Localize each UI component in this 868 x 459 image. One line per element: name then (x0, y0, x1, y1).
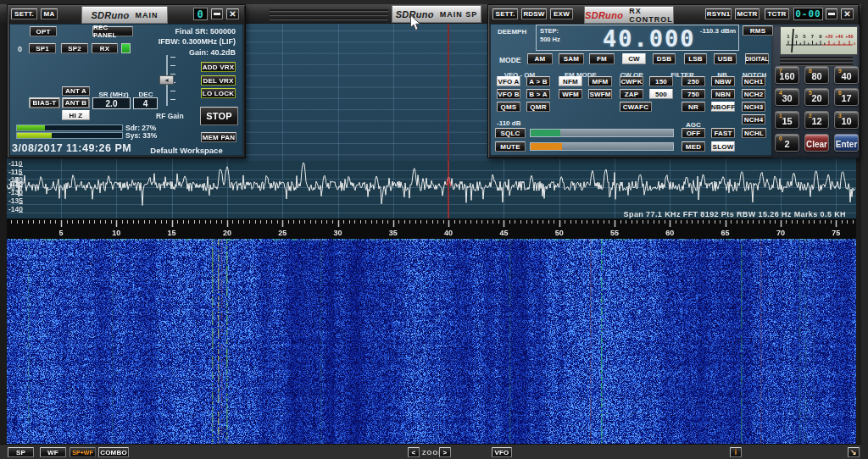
agc-fast-button[interactable]: FAST (711, 128, 735, 138)
agc-med-button[interactable]: MED (682, 141, 705, 152)
rms-button[interactable]: RMS (743, 25, 773, 36)
rx-button-nch1[interactable]: NCH1 (742, 76, 765, 86)
rx-button[interactable]: RX (92, 43, 118, 53)
ant-b-button[interactable]: ANT B (62, 97, 90, 108)
rx-button-qms[interactable]: QMS (497, 102, 520, 112)
rx-button-swfm[interactable]: SWFM (588, 89, 612, 99)
sp-wf-view-button[interactable]: SP+WF (70, 447, 96, 457)
rx-button-nch4[interactable]: NCH4 (742, 114, 765, 124)
key-2[interactable]: 02 (775, 134, 799, 152)
main-titlebar[interactable]: SETT. MA SDRuno MAIN 0 ✕ (8, 6, 244, 24)
rx-button-500[interactable]: 500 (649, 89, 673, 99)
key-80[interactable]: 880 (804, 66, 829, 84)
key-40[interactable]: 940 (834, 66, 859, 84)
rx-button-nch2[interactable]: NCH2 (742, 89, 765, 99)
rx-button-vfo-a[interactable]: VFO A (497, 76, 520, 86)
key-15[interactable]: 115 (775, 111, 799, 129)
minimize-button[interactable] (826, 8, 837, 19)
key-30[interactable]: 430 (775, 88, 799, 106)
squelch-bar[interactable] (530, 129, 674, 137)
wf-view-button[interactable]: WF (40, 447, 66, 457)
zoom-out-button[interactable]: < (408, 447, 420, 457)
key-20[interactable]: 520 (804, 88, 829, 106)
volume-bar[interactable] (530, 142, 674, 151)
mode-button-lsb[interactable]: LSB (684, 53, 707, 64)
rx-button-vfo-b[interactable]: VFO B (497, 89, 520, 99)
key-10[interactable]: 310 (834, 111, 859, 129)
rx-button-mfm[interactable]: MFM (588, 76, 612, 86)
mem-pan-button[interactable]: MEM PAN (201, 132, 236, 142)
sp1-button[interactable]: SP1 (29, 43, 56, 53)
vfo-button[interactable]: VFO (492, 447, 512, 457)
rx-title-plate[interactable]: SDRuno RX CONTROL (584, 6, 674, 24)
mctr-button[interactable]: MCTR (735, 8, 760, 19)
mode-button-sam[interactable]: SAM (559, 53, 584, 64)
key-12[interactable]: 212 (804, 111, 829, 129)
zoom-in-button[interactable]: > (439, 447, 451, 457)
rx-button-750[interactable]: 750 (682, 89, 705, 99)
add-vrx-button[interactable]: ADD VRX (201, 62, 236, 72)
mode-button-am[interactable]: AM (527, 53, 553, 64)
opt-button[interactable]: OPT (30, 26, 57, 36)
key-17[interactable]: 617 (834, 88, 859, 106)
rx-settings-button[interactable]: SETT. (492, 8, 518, 19)
hi-z-button[interactable]: HI Z (62, 110, 90, 120)
rx-button-qmr[interactable]: QMR (526, 102, 550, 112)
combo-view-button[interactable]: COMBO (98, 447, 129, 457)
sp2-button[interactable]: SP2 (61, 43, 88, 53)
minimize-button[interactable] (211, 8, 223, 19)
rx-button-a-b[interactable]: A > B (526, 76, 550, 86)
del-vrx-button[interactable]: DEL VRX (201, 75, 236, 86)
mode-button-digital[interactable]: DIGITAL (745, 53, 769, 64)
rx-button-wfm[interactable]: WFM (559, 89, 582, 99)
sr-value-box[interactable]: 2.0 (92, 97, 131, 109)
info-button[interactable]: i (730, 447, 742, 457)
mode-button-cw[interactable]: CW (622, 53, 646, 64)
frequency-display[interactable]: STEP: 500 Hz 40.000 -110.3 dBm (536, 25, 739, 51)
sqlc-button[interactable]: SQLC (495, 128, 526, 138)
agc-slow-button[interactable]: SLOW (711, 141, 735, 152)
nchl-button[interactable]: NCHL (742, 128, 766, 138)
waterfall-display[interactable] (7, 239, 856, 444)
rx-button-nbn[interactable]: NBN (711, 89, 735, 99)
dec-value-box[interactable]: 4 (133, 97, 158, 109)
key-clear[interactable]: Clear (804, 134, 829, 152)
rx-button-cwpk[interactable]: CWPK (620, 76, 643, 86)
rf-gain-slider-handle[interactable]: ◄ (159, 75, 174, 85)
stop-button[interactable]: STOP (200, 107, 238, 125)
rx-button-b-a[interactable]: B > A (526, 89, 550, 99)
main-settings-button[interactable]: SETT. (11, 8, 37, 19)
key-160[interactable]: 7160 (775, 66, 799, 84)
exw-button[interactable]: EXW (550, 8, 573, 19)
rsyn1-button[interactable]: RSYN1 (705, 8, 732, 19)
mute-button[interactable]: MUTE (495, 141, 526, 152)
main-sp-title-plate[interactable]: SDRuno MAIN SP (392, 5, 481, 23)
bias-t-button[interactable]: BIAS-T (29, 97, 60, 108)
rx-button-cwafc[interactable]: CWAFC (620, 102, 652, 112)
close-button[interactable]: ✕ (226, 8, 239, 19)
lo-lock-button[interactable]: LO LOCK (201, 88, 236, 98)
rx-titlebar[interactable]: SETT. RDSW EXW SDRuno RX CONTROL RSYN1 M… (489, 6, 858, 24)
rx-button-zap[interactable]: ZAP (620, 89, 643, 99)
mode-button-dsb[interactable]: DSB (653, 53, 676, 64)
rx-button-nr[interactable]: NR (682, 102, 705, 112)
rx-button-250[interactable]: 250 (682, 76, 705, 86)
rx-button-150[interactable]: 150 (649, 76, 673, 86)
tctr-button[interactable]: TCTR (765, 8, 789, 19)
frequency-scale[interactable] (7, 218, 856, 239)
close-button[interactable]: ✕ (841, 8, 854, 19)
agc-off-button[interactable]: OFF (682, 128, 705, 138)
main-title-plate[interactable]: SDRuno MAIN (81, 6, 168, 24)
key-enter[interactable]: Enter (834, 134, 859, 152)
rx-button-nboff[interactable]: NBOFF (711, 102, 735, 112)
rx-button-nch3[interactable]: NCH3 (742, 102, 765, 112)
sp-view-button[interactable]: SP (8, 447, 34, 457)
rdsw-button[interactable]: RDSW (521, 8, 547, 19)
rx-button-nfm[interactable]: NFM (559, 76, 582, 86)
mode-button-fm[interactable]: FM (589, 53, 615, 64)
ant-a-button[interactable]: ANT A (62, 86, 90, 96)
ma-button[interactable]: MA (41, 8, 58, 19)
mode-button-usb[interactable]: USB (714, 53, 737, 64)
rx-button-nbw[interactable]: NBW (711, 76, 735, 86)
resize-grip-icon[interactable]: ↘ (848, 447, 860, 457)
